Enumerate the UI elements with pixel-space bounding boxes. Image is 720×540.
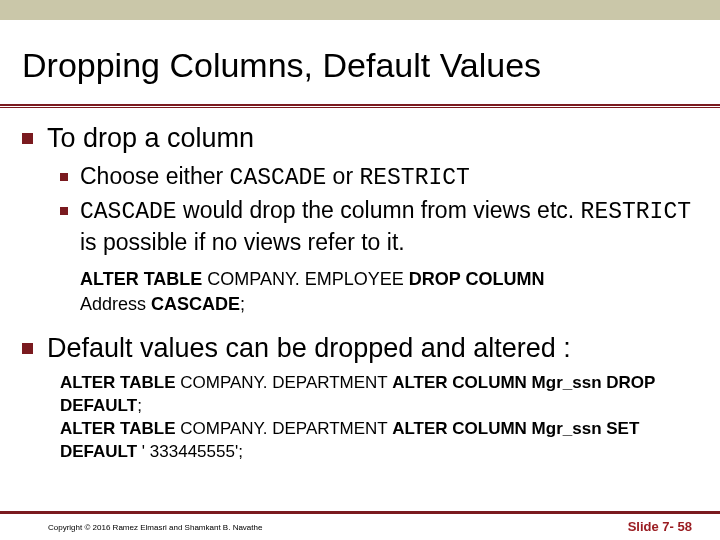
bullet-square-icon (22, 133, 33, 144)
title-rule-inner (0, 106, 720, 107)
sql-line: ALTER TABLE COMPANY. DEPARTMENT ALTER CO… (60, 418, 698, 464)
top-accent-bar (0, 0, 720, 20)
bullet-level2: CASCADE would drop the column from views… (60, 196, 698, 258)
slide: Dropping Columns, Default Values To drop… (0, 0, 720, 540)
bullet1-text: To drop a column (47, 122, 254, 156)
bullet-level2: Choose either CASCADE or RESTRICT (60, 162, 698, 194)
text-run: is possible if no views refer to it. (80, 229, 405, 255)
sql-text: ; (240, 294, 245, 314)
sql-text: Address (80, 294, 151, 314)
copyright-text: Copyright © 2016 Ramez Elmasri and Shamk… (48, 523, 262, 532)
sql-block-2: ALTER TABLE COMPANY. DEPARTMENT ALTER CO… (60, 372, 698, 464)
sql-line: Address CASCADE; (80, 292, 698, 316)
sql-keyword: ALTER TABLE (80, 269, 202, 289)
text-run: Choose either (80, 163, 230, 189)
text-run: or (326, 163, 359, 189)
code-run: RESTRICT (359, 165, 469, 191)
sql-line: ALTER TABLE COMPANY. DEPARTMENT ALTER CO… (60, 372, 698, 418)
bullet2-text: Default values can be dropped and altere… (47, 332, 571, 366)
bullet-level1: Default values can be dropped and altere… (22, 332, 698, 366)
sql-text: COMPANY. DEPARTMENT (176, 419, 393, 438)
slide-title: Dropping Columns, Default Values (22, 46, 541, 85)
bullet-square-icon (22, 343, 33, 354)
slide-number: Slide 7- 58 (628, 519, 692, 534)
sql-text: COMPANY. EMPLOYEE (202, 269, 408, 289)
sql-keyword: ALTER TABLE (60, 373, 176, 392)
code-run: CASCADE (230, 165, 327, 191)
sql-keyword: CASCADE (151, 294, 240, 314)
bullet1b-text: CASCADE would drop the column from views… (80, 196, 698, 258)
code-run: CASCADE (80, 199, 177, 225)
bullet-level1: To drop a column (22, 122, 698, 156)
sql-text: ' 333445555'; (137, 442, 243, 461)
code-run: RESTRICT (581, 199, 691, 225)
footer-rule (0, 511, 720, 514)
sql-keyword: ALTER TABLE (60, 419, 176, 438)
sql-text: COMPANY. DEPARTMENT (176, 373, 393, 392)
sql-block-1: ALTER TABLE COMPANY. EMPLOYEE DROP COLUM… (80, 267, 698, 316)
bullet-square-icon (60, 173, 68, 181)
bullet-square-icon (60, 207, 68, 215)
text-run: would drop the column from views etc. (177, 197, 581, 223)
bullet1a-text: Choose either CASCADE or RESTRICT (80, 162, 470, 194)
sql-keyword: DROP COLUMN (409, 269, 545, 289)
sql-line: ALTER TABLE COMPANY. EMPLOYEE DROP COLUM… (80, 267, 698, 291)
content-area: To drop a column Choose either CASCADE o… (22, 122, 698, 464)
sql-text: ; (137, 396, 142, 415)
